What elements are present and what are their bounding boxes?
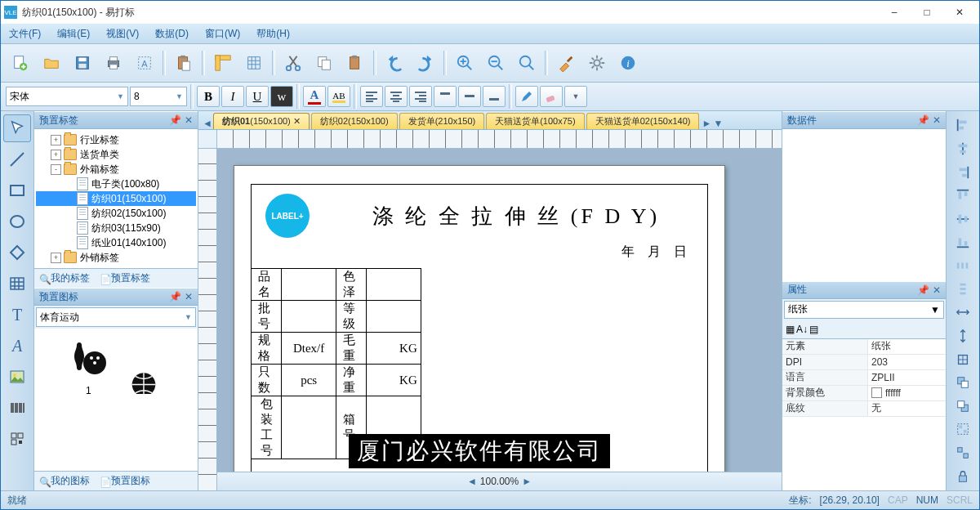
align-bottom-button[interactable] <box>483 86 506 107</box>
align-right-button[interactable] <box>409 86 432 107</box>
same-size[interactable] <box>950 348 976 370</box>
prop-row[interactable]: 背景颜色ffffff <box>782 386 946 401</box>
info-button[interactable]: i <box>613 48 643 78</box>
align-middle-button[interactable] <box>458 86 481 107</box>
tree-node[interactable]: -外箱标签 <box>36 162 196 177</box>
maximize-button[interactable]: □ <box>911 2 943 23</box>
doctab[interactable]: 纺织01(150x100) ✕ <box>213 113 310 129</box>
prop-row[interactable]: DPI203 <box>782 355 946 370</box>
doctab[interactable]: 天猫送货单(100x75) <box>486 113 584 129</box>
undo-button[interactable] <box>380 48 409 78</box>
panel-close-icon[interactable]: ✕ <box>185 114 193 126</box>
prop-sort-icon[interactable]: A↓ <box>796 324 808 335</box>
tree-leaf[interactable]: 纺织02(150x100) <box>36 206 196 221</box>
panel-close-icon[interactable]: ✕ <box>933 284 941 296</box>
image-tool[interactable] <box>3 363 31 391</box>
tree-leaf[interactable]: 纸业01(140x100) <box>36 235 196 250</box>
tree-node[interactable]: +外销标签 <box>36 250 196 265</box>
vertical-ruler[interactable] <box>198 149 217 490</box>
property-grid[interactable]: 元素纸张 DPI203 语言ZPLII 背景颜色ffffff 底纹无 <box>782 339 946 491</box>
distribute-v[interactable] <box>950 278 976 300</box>
prop-pages-icon[interactable]: ▤ <box>809 324 818 335</box>
invert-button[interactable]: w <box>270 86 293 107</box>
settings-button[interactable] <box>582 48 612 78</box>
zoom-out-button[interactable] <box>481 48 510 78</box>
tabs-menu-button[interactable]: ▼ <box>712 118 724 129</box>
tree-node[interactable]: +行业标签 <box>36 132 196 147</box>
distribute-h[interactable] <box>950 255 976 277</box>
redo-button[interactable] <box>411 48 440 78</box>
canvas-viewport[interactable]: LABEL+ 涤 纶 全 拉 伸 丝 (F D Y) 年 月 日 品 名色 泽 … <box>217 149 782 472</box>
zoom-in-button[interactable] <box>450 48 479 78</box>
richtext-tool[interactable]: A <box>3 332 31 360</box>
preset-icons-link[interactable]: 📄预置图标 <box>100 474 150 488</box>
group[interactable] <box>950 418 976 441</box>
text-tool[interactable]: T <box>3 301 31 329</box>
close-button[interactable]: ✕ <box>943 2 976 23</box>
label-footer[interactable]: 厦门必兴软件有限公司 <box>349 434 610 468</box>
prop-row[interactable]: 底纹无 <box>782 401 946 417</box>
my-icons-link[interactable]: 🔍我的图标 <box>39 474 90 488</box>
panel-pin-icon[interactable]: 📌 <box>917 284 929 296</box>
paste-button[interactable] <box>169 48 198 78</box>
same-width[interactable] <box>950 302 976 324</box>
label-tree[interactable]: +行业标签 +送货单类 -外箱标签 电子类(100x80) 纺织01(150x1… <box>34 129 198 268</box>
tabs-next-button[interactable]: ► <box>701 118 712 129</box>
align-center-button[interactable] <box>385 86 408 107</box>
tree-leaf[interactable]: 纺织03(115x90) <box>36 221 196 235</box>
align-top-button[interactable] <box>434 86 457 107</box>
panel-pin-icon[interactable]: 📌 <box>917 114 929 126</box>
ellipse-tool[interactable] <box>3 208 31 235</box>
fontsize-combo[interactable]: 8▼ <box>130 87 187 106</box>
cut-button[interactable] <box>278 48 308 78</box>
menu-edit[interactable]: 编辑(E) <box>49 25 98 43</box>
menu-help[interactable]: 帮助(H) <box>248 25 298 43</box>
property-object-combo[interactable]: 纸张▼ <box>784 301 944 319</box>
zoom-fit-button[interactable] <box>512 48 541 78</box>
paste2-button[interactable] <box>341 48 370 78</box>
menu-file[interactable]: 文件(F) <box>1 25 49 43</box>
bring-front[interactable] <box>950 372 976 394</box>
lock[interactable] <box>950 465 976 487</box>
ruler-button[interactable] <box>208 48 238 78</box>
prop-row[interactable]: 语言ZPLII <box>782 370 946 386</box>
grid-button[interactable] <box>239 48 269 78</box>
align-bottom-edges[interactable] <box>950 231 976 253</box>
pen-button[interactable] <box>515 86 538 107</box>
basketball-icon[interactable] <box>121 361 167 396</box>
table-tool[interactable] <box>3 270 31 298</box>
preset-labels-link[interactable]: 📄预置标签 <box>100 271 150 285</box>
doctab[interactable]: 纺织02(150x100) <box>311 113 398 129</box>
tree-leaf[interactable]: 电子类(100x80) <box>36 177 196 191</box>
copy-button[interactable] <box>310 48 339 78</box>
doctab[interactable]: 发货单(210x150) <box>399 113 485 129</box>
select-tool[interactable] <box>3 114 31 142</box>
panel-pin-icon[interactable]: 📌 <box>169 114 181 126</box>
align-v-center[interactable] <box>950 208 976 230</box>
align-top-edges[interactable] <box>950 185 976 207</box>
cleanup-button[interactable] <box>551 48 581 78</box>
menu-view[interactable]: 视图(V) <box>98 25 147 43</box>
zoom-next[interactable]: ► <box>522 476 532 487</box>
align-right-edges[interactable] <box>950 161 976 183</box>
panel-close-icon[interactable]: ✕ <box>185 291 193 302</box>
font-color-button[interactable]: A <box>303 86 326 107</box>
dropdown-button[interactable]: ▼ <box>564 86 587 107</box>
italic-button[interactable]: I <box>221 86 244 107</box>
label-logo[interactable]: LABEL+ <box>265 194 310 238</box>
prop-row[interactable]: 元素纸张 <box>782 339 946 355</box>
panel-close-icon[interactable]: ✕ <box>933 114 941 126</box>
bowling-icon[interactable]: 1 <box>65 337 111 396</box>
label-title[interactable]: 涤 纶 全 拉 伸 丝 (F D Y) <box>332 202 700 230</box>
doctab[interactable]: 天猫送货单02(150x140) <box>586 113 700 129</box>
diamond-tool[interactable] <box>3 239 31 266</box>
icon-gallery[interactable]: 1 <box>34 329 198 471</box>
label-paper[interactable]: LABEL+ 涤 纶 全 拉 伸 丝 (F D Y) 年 月 日 品 名色 泽 … <box>234 165 725 472</box>
panel-pin-icon[interactable]: 📌 <box>169 291 181 302</box>
barcode-tool[interactable] <box>3 394 31 422</box>
my-labels-link[interactable]: 🔍我的标签 <box>39 271 90 285</box>
save-button[interactable] <box>68 48 97 78</box>
align-h-center[interactable] <box>950 138 976 160</box>
menu-window[interactable]: 窗口(W) <box>197 25 248 43</box>
align-left-edges[interactable] <box>950 114 976 136</box>
